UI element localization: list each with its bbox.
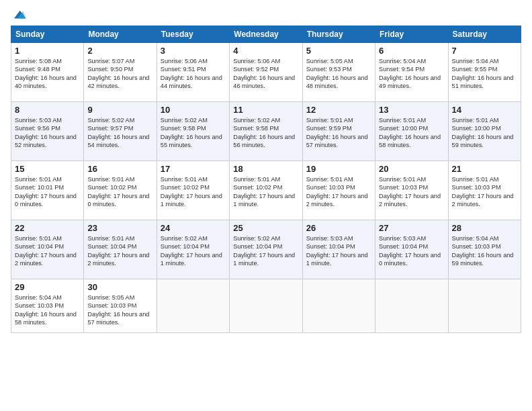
cell-info: Sunrise: 5:04 AMSunset: 10:03 PMDaylight… — [452, 235, 514, 267]
day-number: 23 — [87, 223, 152, 233]
day-number: 20 — [379, 164, 444, 174]
day-number: 6 — [379, 46, 444, 56]
calendar-cell — [448, 279, 521, 333]
calendar-header-row: SundayMondayTuesdayWednesdayThursdayFrid… — [11, 26, 521, 43]
calendar-day-header: Monday — [84, 26, 157, 43]
day-number: 14 — [452, 105, 517, 115]
calendar-day-header: Friday — [375, 26, 448, 43]
calendar-cell: 12 Sunrise: 5:01 AMSunset: 9:59 PMDaylig… — [302, 102, 375, 161]
calendar-cell: 8 Sunrise: 5:03 AMSunset: 9:56 PMDayligh… — [11, 102, 84, 161]
day-number: 2 — [87, 46, 152, 56]
calendar-cell: 7 Sunrise: 5:04 AMSunset: 9:55 PMDayligh… — [448, 43, 521, 102]
calendar-cell: 19 Sunrise: 5:01 AMSunset: 10:03 PMDayli… — [302, 161, 375, 220]
calendar-cell: 11 Sunrise: 5:02 AMSunset: 9:58 PMDaylig… — [230, 102, 302, 161]
calendar-cell: 4 Sunrise: 5:06 AMSunset: 9:52 PMDayligh… — [230, 43, 302, 102]
cell-info: Sunrise: 5:01 AMSunset: 10:03 PMDaylight… — [379, 176, 441, 208]
cell-info: Sunrise: 5:01 AMSunset: 9:59 PMDaylight:… — [306, 117, 368, 148]
day-number: 7 — [452, 46, 517, 56]
cell-info: Sunrise: 5:01 AMSunset: 10:04 PMDaylight… — [15, 235, 77, 267]
cell-info: Sunrise: 5:02 AMSunset: 9:58 PMDaylight:… — [233, 117, 295, 148]
cell-info: Sunrise: 5:05 AMSunset: 10:03 PMDaylight… — [87, 294, 149, 326]
calendar-cell: 29 Sunrise: 5:04 AMSunset: 10:03 PMDayli… — [11, 279, 84, 333]
day-number: 27 — [379, 223, 444, 233]
calendar-cell — [375, 279, 448, 333]
calendar-cell: 10 Sunrise: 5:02 AMSunset: 9:58 PMDaylig… — [157, 102, 229, 161]
calendar-week-row: 1 Sunrise: 5:08 AMSunset: 9:48 PMDayligh… — [11, 43, 521, 102]
cell-info: Sunrise: 5:01 AMSunset: 10:00 PMDaylight… — [452, 117, 514, 148]
day-number: 9 — [87, 105, 152, 115]
cell-info: Sunrise: 5:05 AMSunset: 9:53 PMDaylight:… — [306, 58, 368, 89]
calendar-cell: 28 Sunrise: 5:04 AMSunset: 10:03 PMDayli… — [448, 220, 521, 279]
page-container: SundayMondayTuesdayWednesdayThursdayFrid… — [0, 0, 532, 340]
day-number: 24 — [161, 223, 226, 233]
cell-info: Sunrise: 5:03 AMSunset: 10:04 PMDaylight… — [379, 235, 441, 267]
day-number: 3 — [161, 46, 226, 56]
day-number: 10 — [161, 105, 226, 115]
cell-info: Sunrise: 5:01 AMSunset: 10:04 PMDaylight… — [87, 235, 149, 267]
cell-info: Sunrise: 5:08 AMSunset: 9:48 PMDaylight:… — [15, 58, 77, 89]
day-number: 26 — [306, 223, 371, 233]
day-number: 8 — [15, 105, 80, 115]
logo — [11, 7, 27, 21]
calendar-cell: 2 Sunrise: 5:07 AMSunset: 9:50 PMDayligh… — [84, 43, 157, 102]
calendar-cell: 9 Sunrise: 5:02 AMSunset: 9:57 PMDayligh… — [84, 102, 157, 161]
calendar-week-row: 29 Sunrise: 5:04 AMSunset: 10:03 PMDayli… — [11, 279, 521, 333]
calendar-cell: 23 Sunrise: 5:01 AMSunset: 10:04 PMDayli… — [84, 220, 157, 279]
calendar-cell: 18 Sunrise: 5:01 AMSunset: 10:02 PMDayli… — [230, 161, 302, 220]
calendar-cell: 16 Sunrise: 5:01 AMSunset: 10:02 PMDayli… — [84, 161, 157, 220]
calendar-cell: 30 Sunrise: 5:05 AMSunset: 10:03 PMDayli… — [84, 279, 157, 333]
calendar-week-row: 22 Sunrise: 5:01 AMSunset: 10:04 PMDayli… — [11, 220, 521, 279]
header — [11, 7, 521, 21]
day-number: 29 — [15, 282, 80, 292]
cell-info: Sunrise: 5:01 AMSunset: 10:01 PMDaylight… — [15, 176, 77, 208]
day-number: 4 — [233, 46, 298, 56]
cell-info: Sunrise: 5:04 AMSunset: 9:54 PMDaylight:… — [379, 58, 441, 89]
cell-info: Sunrise: 5:03 AMSunset: 10:04 PMDaylight… — [306, 235, 368, 267]
day-number: 18 — [233, 164, 298, 174]
cell-info: Sunrise: 5:01 AMSunset: 10:02 PMDaylight… — [233, 176, 295, 208]
cell-info: Sunrise: 5:01 AMSunset: 10:02 PMDaylight… — [161, 176, 222, 208]
calendar-cell: 24 Sunrise: 5:02 AMSunset: 10:04 PMDayli… — [157, 220, 229, 279]
calendar-day-header: Thursday — [302, 26, 375, 43]
day-number: 17 — [161, 164, 226, 174]
cell-info: Sunrise: 5:03 AMSunset: 9:56 PMDaylight:… — [15, 117, 77, 148]
cell-info: Sunrise: 5:06 AMSunset: 9:52 PMDaylight:… — [233, 58, 295, 89]
calendar-cell: 15 Sunrise: 5:01 AMSunset: 10:01 PMDayli… — [11, 161, 84, 220]
calendar-cell: 21 Sunrise: 5:01 AMSunset: 10:03 PMDayli… — [448, 161, 521, 220]
calendar-day-header: Saturday — [448, 26, 521, 43]
day-number: 5 — [306, 46, 371, 56]
day-number: 28 — [452, 223, 517, 233]
calendar-cell: 6 Sunrise: 5:04 AMSunset: 9:54 PMDayligh… — [375, 43, 448, 102]
day-number: 30 — [87, 282, 152, 292]
calendar-cell: 17 Sunrise: 5:01 AMSunset: 10:02 PMDayli… — [157, 161, 229, 220]
calendar-day-header: Wednesday — [230, 26, 302, 43]
logo-icon — [12, 7, 27, 21]
cell-info: Sunrise: 5:01 AMSunset: 10:02 PMDaylight… — [87, 176, 149, 208]
day-number: 15 — [15, 164, 80, 174]
calendar-cell: 26 Sunrise: 5:03 AMSunset: 10:04 PMDayli… — [302, 220, 375, 279]
calendar-cell: 13 Sunrise: 5:01 AMSunset: 10:00 PMDayli… — [375, 102, 448, 161]
day-number: 25 — [233, 223, 298, 233]
cell-info: Sunrise: 5:01 AMSunset: 10:03 PMDaylight… — [306, 176, 368, 208]
calendar-cell — [302, 279, 375, 333]
calendar-cell: 25 Sunrise: 5:02 AMSunset: 10:04 PMDayli… — [230, 220, 302, 279]
cell-info: Sunrise: 5:04 AMSunset: 10:03 PMDaylight… — [15, 294, 77, 326]
day-number: 11 — [233, 105, 298, 115]
calendar-cell — [157, 279, 229, 333]
cell-info: Sunrise: 5:02 AMSunset: 9:57 PMDaylight:… — [87, 117, 149, 148]
cell-info: Sunrise: 5:02 AMSunset: 9:58 PMDaylight:… — [161, 117, 222, 148]
day-number: 12 — [306, 105, 371, 115]
calendar-week-row: 15 Sunrise: 5:01 AMSunset: 10:01 PMDayli… — [11, 161, 521, 220]
cell-info: Sunrise: 5:06 AMSunset: 9:51 PMDaylight:… — [161, 58, 222, 89]
calendar-cell: 20 Sunrise: 5:01 AMSunset: 10:03 PMDayli… — [375, 161, 448, 220]
calendar-cell: 14 Sunrise: 5:01 AMSunset: 10:00 PMDayli… — [448, 102, 521, 161]
calendar-table: SundayMondayTuesdayWednesdayThursdayFrid… — [11, 26, 521, 333]
day-number: 21 — [452, 164, 517, 174]
cell-info: Sunrise: 5:04 AMSunset: 9:55 PMDaylight:… — [452, 58, 514, 89]
day-number: 22 — [15, 223, 80, 233]
calendar-day-header: Sunday — [11, 26, 84, 43]
calendar-week-row: 8 Sunrise: 5:03 AMSunset: 9:56 PMDayligh… — [11, 102, 521, 161]
calendar-cell: 5 Sunrise: 5:05 AMSunset: 9:53 PMDayligh… — [302, 43, 375, 102]
day-number: 16 — [87, 164, 152, 174]
calendar-day-header: Tuesday — [157, 26, 229, 43]
